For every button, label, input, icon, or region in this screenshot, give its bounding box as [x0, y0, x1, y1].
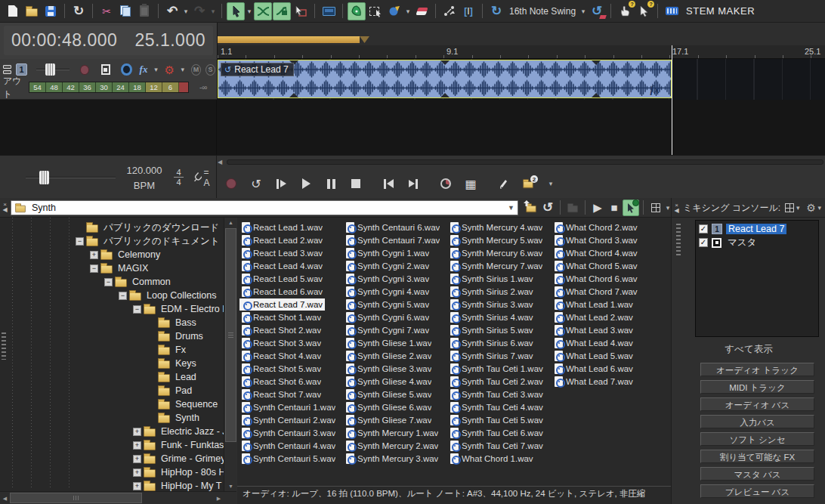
file-item[interactable]: Synth Sirius 1.wav	[448, 272, 551, 285]
file-item[interactable]: Synth Sirius 5.wav	[448, 323, 551, 336]
file-item[interactable]: What Lead 1.wav	[552, 298, 655, 311]
paint-tool-button[interactable]	[385, 2, 403, 20]
tree-expander-plus[interactable]: +	[133, 441, 141, 450]
file-item[interactable]: Synth Centauri 6.wav	[344, 221, 446, 233]
play-from-start-button[interactable]	[275, 176, 287, 191]
go-to-start-button[interactable]	[382, 176, 394, 191]
file-item[interactable]: What Lead 7.wav	[552, 375, 655, 388]
file-item[interactable]: What Chord 6.wav	[552, 272, 655, 285]
tree-item[interactable]: −MAGIX	[0, 261, 224, 275]
file-item[interactable]: Synth Gliese 7.wav	[344, 413, 446, 426]
file-item[interactable]: React Shot 2.wav	[239, 323, 342, 336]
file-item[interactable]: React Lead 5.wav	[239, 272, 342, 285]
file-item[interactable]: Synth Gliese 5.wav	[344, 388, 446, 400]
file-item[interactable]: React Lead 2.wav	[239, 233, 342, 246]
search-input[interactable]	[30, 202, 504, 214]
track-layers-icon[interactable]	[3, 65, 11, 75]
draw-tool-button[interactable]	[348, 2, 366, 20]
context-help-button[interactable]: ?	[616, 2, 634, 20]
tree-item[interactable]: Lead	[0, 370, 224, 384]
take-folder-button[interactable]: 2	[522, 176, 534, 191]
track-fx-button[interactable]: fx	[140, 63, 148, 76]
pause-button[interactable]	[325, 176, 337, 191]
tuning-control[interactable]: = A	[193, 167, 216, 188]
console-filter-button[interactable]: MIDI トラック	[700, 380, 814, 394]
tree-hscroll-thumb[interactable]	[10, 493, 142, 503]
console-filter-button[interactable]: 入力バス	[700, 415, 814, 428]
scroll-left-icon[interactable]: ◀	[0, 492, 10, 504]
file-item[interactable]: Synth Gliese 6.wav	[344, 400, 446, 413]
tree-expander-plus[interactable]: +	[133, 468, 141, 477]
console-track-item[interactable]: ✓マスタ	[696, 236, 818, 249]
tree-item[interactable]: Synth	[0, 411, 224, 425]
empty-track-area[interactable]	[218, 100, 825, 155]
file-item[interactable]: Synth Mercury 5.wav	[448, 233, 551, 246]
file-item[interactable]: Synth Mercury 3.wav	[344, 452, 446, 465]
go-to-end-button[interactable]	[407, 176, 419, 191]
tree-item[interactable]: +HipHop - 80s H	[0, 465, 224, 479]
play-range-row[interactable]	[218, 23, 825, 45]
file-item[interactable]: Synth Gliese 1.wav	[344, 336, 446, 349]
file-item[interactable]: What Chord 4.wav	[552, 246, 655, 259]
file-item[interactable]: React Shot 3.wav	[239, 336, 342, 349]
track-automation-gear-icon[interactable]: ⚙	[164, 64, 174, 76]
file-item[interactable]: React Shot 5.wav	[239, 362, 342, 375]
track-solo-button[interactable]: S	[205, 64, 215, 76]
file-item[interactable]: React Shot 1.wav	[239, 311, 342, 323]
file-item[interactable]: Synth Sirius 2.wav	[448, 285, 551, 298]
range-select-tool-button[interactable]	[366, 2, 385, 20]
file-item[interactable]: Synth Tau Ceti 6.wav	[448, 426, 551, 439]
preview-play-button[interactable]: ▶	[589, 199, 606, 216]
console-grid-icon[interactable]	[785, 203, 794, 212]
console-gear-icon[interactable]: ⚙	[806, 203, 816, 213]
undo-button[interactable]: ↶	[163, 2, 181, 20]
view-mode-button[interactable]	[647, 199, 664, 216]
file-item[interactable]: Synth Tau Ceti 2.wav	[448, 375, 551, 388]
console-gear-dropdown[interactable]: ▾	[816, 204, 823, 212]
play-button[interactable]	[300, 176, 312, 191]
file-item[interactable]: Synth Cygni 2.wav	[344, 259, 446, 272]
file-item[interactable]: React Shot 4.wav	[239, 349, 342, 362]
tree-item[interactable]: −Common	[0, 275, 224, 289]
tree-item[interactable]: −パブリックのドキュメント	[0, 234, 224, 248]
console-filter-button[interactable]: マスタ バス	[700, 467, 814, 481]
cut-button[interactable]: ✂	[97, 2, 116, 20]
playback-timer-button[interactable]	[440, 176, 452, 191]
file-item[interactable]: Synth Cygni 3.wav	[344, 272, 446, 285]
file-item[interactable]: Synth Cygni 4.wav	[344, 285, 446, 298]
file-item[interactable]: What Lead 4.wav	[552, 336, 655, 349]
console-filter-button[interactable]: オーディオ バス	[700, 397, 814, 411]
file-item[interactable]: Synth Mercury 6.wav	[448, 246, 551, 259]
tree-vscroll-thumb[interactable]	[225, 228, 236, 442]
file-item[interactable]: Synth Mercury 4.wav	[448, 221, 551, 233]
track-automation-dropdown[interactable]: ▾	[179, 66, 187, 73]
file-item[interactable]: Synth Gliese 3.wav	[344, 362, 446, 375]
swing-icon-button[interactable]: ↻	[487, 2, 505, 20]
file-item[interactable]: Synth Gliese 2.wav	[344, 349, 446, 362]
file-item[interactable]: Synth Mercury 2.wav	[344, 439, 446, 452]
file-item[interactable]: Synth Centauri 5.wav	[239, 452, 342, 465]
refresh-button[interactable]: ↻	[70, 2, 88, 20]
track-lane[interactable]: ↺ React Lead 7 fx	[218, 59, 825, 100]
track-record-button[interactable]	[80, 65, 88, 75]
scroll-up-icon[interactable]: ▲	[224, 218, 236, 227]
loop-playback-button[interactable]: ↺	[250, 176, 262, 191]
file-item[interactable]: Synth Tau Ceti 5.wav	[448, 413, 551, 426]
track-mute-button[interactable]: M	[191, 64, 201, 76]
track-fx-dropdown[interactable]: ▾	[152, 66, 159, 73]
tree-expander-minus[interactable]: −	[119, 292, 127, 300]
arrangement-button[interactable]: ▦	[465, 176, 477, 191]
file-item[interactable]: What Lead 6.wav	[552, 362, 655, 375]
file-item[interactable]: Synth Centauri 3.wav	[239, 426, 342, 439]
track-visible-checkbox[interactable]: ✓	[699, 224, 708, 233]
tempo-slider-thumb[interactable]	[39, 171, 49, 184]
file-item[interactable]: Synth Centauri 4.wav	[239, 439, 342, 452]
tree-item[interactable]: +Celemony	[0, 248, 224, 261]
stem-maker-button[interactable]	[663, 2, 681, 20]
redo-dropdown[interactable]: ▾	[209, 8, 217, 15]
tree-item[interactable]: +Grime - Grimey	[0, 452, 224, 465]
track-visible-checkbox[interactable]: ✓	[699, 238, 708, 247]
scroll-track[interactable]	[227, 159, 823, 165]
object-pointer-tool-button[interactable]	[292, 2, 310, 20]
tree-expander-plus[interactable]: +	[133, 428, 141, 436]
